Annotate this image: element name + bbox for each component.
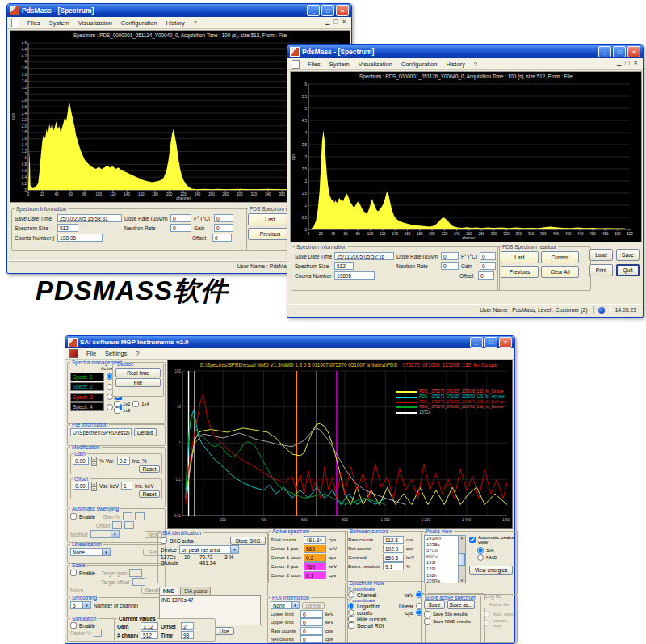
save-as-button[interactable]: Save as... <box>447 600 475 609</box>
save-sia-results-checkbox[interactable] <box>424 611 430 617</box>
menu-item[interactable]: Configuration <box>401 61 438 68</box>
see-all-roi-checkbox[interactable] <box>348 622 354 629</box>
details-button[interactable]: Details <box>134 428 157 436</box>
add-1x3-checkbox[interactable] <box>114 407 120 414</box>
value-field[interactable]: 0.1 <box>304 571 326 579</box>
quit-button[interactable]: Quit <box>616 264 640 276</box>
menu-item[interactable]: Settings <box>104 350 128 357</box>
clear-all-button[interactable]: Clear All <box>541 266 579 278</box>
peaks-list[interactable]: ▲▼ 241Am133Ba57Co60Co131I129I192Ir226Ra1… <box>424 535 466 583</box>
last-button[interactable]: Last <box>501 251 539 263</box>
title-bar[interactable]: SAI software MGP Instruments v2.0 _ □ × <box>65 336 514 348</box>
menu-item[interactable]: Visualization <box>78 19 113 27</box>
offset-reset-button[interactable]: Reset <box>139 490 160 498</box>
menu-item[interactable]: Files <box>307 61 321 68</box>
gain-field[interactable]: 0 <box>480 262 496 270</box>
close-button[interactable]: × <box>627 46 640 57</box>
bkg-subs-checkbox[interactable] <box>161 537 167 544</box>
maximize-button[interactable]: □ <box>484 337 497 348</box>
menu-item[interactable]: History <box>165 19 185 27</box>
previous-button[interactable]: Previous <box>501 266 539 278</box>
title-bar[interactable]: PdsMass - [Spectrum] _ □ × <box>287 45 643 58</box>
temperature-field[interactable]: 0 <box>214 214 233 222</box>
peaks-list-item[interactable]: 131I <box>425 560 459 566</box>
minimize-button[interactable]: _ <box>598 46 611 57</box>
save-date-field[interactable]: 25/10/2005 15:58:31 <box>57 214 122 222</box>
mdi-controls[interactable]: ▁▢✕ <box>617 60 638 66</box>
device-dropdown[interactable]: on peak net area▼ <box>179 545 239 554</box>
tab-nmd[interactable]: NMD <box>159 587 178 595</box>
offset-spinner[interactable]: ▲▼ <box>91 482 97 490</box>
save-nmd-results-checkbox[interactable] <box>424 618 430 625</box>
menu-item[interactable]: ? <box>193 19 198 27</box>
value-field[interactable]: 0 <box>300 635 323 643</box>
counts-number-field[interactable]: 19805 <box>334 271 375 280</box>
temperature-field[interactable]: 0 <box>480 252 496 260</box>
print-button[interactable]: Print <box>589 264 613 276</box>
menu-item[interactable]: Configuration <box>120 19 158 27</box>
peaks-list-item[interactable]: 241Am <box>425 536 459 542</box>
close-button[interactable]: × <box>499 337 512 348</box>
neutron-rate-field[interactable]: 0 <box>441 262 459 270</box>
x-channel-radio[interactable] <box>348 591 354 598</box>
peaks-scrollbar[interactable]: ▲▼ <box>458 536 465 583</box>
offset-field[interactable]: 0 <box>212 234 232 242</box>
offset-field[interactable]: 0 <box>478 271 494 280</box>
value-field[interactable]: 563 <box>304 545 326 553</box>
spectrum-active-radio[interactable] <box>107 404 113 410</box>
menu-item[interactable]: Visualization <box>358 61 393 68</box>
real-time-button[interactable]: Real time <box>115 368 161 377</box>
title-bar[interactable]: PdsMass - [Spectrum] _ □ × <box>7 4 351 17</box>
add-1x2-checkbox[interactable] <box>114 401 120 407</box>
simulation-enable-checkbox[interactable] <box>70 622 77 629</box>
minimize-button[interactable]: _ <box>470 337 483 348</box>
menu-item[interactable]: ? <box>473 61 478 68</box>
offset-value-field[interactable]: 0.00 <box>73 482 89 490</box>
save-date-field[interactable]: 25/11/2005 05:52:16 <box>334 252 394 260</box>
maximize-button[interactable]: □ <box>321 5 334 16</box>
menu-item[interactable]: File <box>86 350 97 357</box>
value-field[interactable]: 0.2 <box>304 554 326 562</box>
menu-item[interactable]: System <box>329 61 350 68</box>
minimize-button[interactable]: _ <box>307 5 320 16</box>
peaks-nmd-radio[interactable] <box>477 554 484 561</box>
save-button[interactable]: Save <box>616 249 640 261</box>
menu-item[interactable]: ? <box>135 350 140 357</box>
current-button[interactable]: Current <box>541 251 579 263</box>
store-bkg-button[interactable]: Store BKG <box>230 537 266 545</box>
dose-rate-field[interactable]: 0 <box>170 214 191 222</box>
file-path-field[interactable]: D:\Spectres\SPRD\essai N <box>70 428 132 436</box>
menu-item[interactable]: Files <box>27 19 41 27</box>
value-field[interactable]: 760 <box>304 562 326 570</box>
smoothing-dropdown[interactable]: 5▼ <box>70 601 91 609</box>
gain-field[interactable]: 0 <box>214 224 233 232</box>
neutron-rate-field[interactable]: 0 <box>170 224 191 232</box>
linearisation-dropdown[interactable]: None▼ <box>70 548 111 556</box>
close-button[interactable]: × <box>336 5 349 16</box>
auto-peaks-checkbox[interactable] <box>469 537 476 543</box>
mdi-controls[interactable]: ▁▢✕ <box>325 19 346 25</box>
add-1x4-checkbox[interactable] <box>132 401 139 407</box>
value-field[interactable]: 481.34 <box>304 536 326 544</box>
tab-sia-peaks[interactable]: SIA peaks <box>180 587 211 595</box>
peaks-list-item[interactable]: 192Ir <box>425 573 459 579</box>
peaks-list-item[interactable]: 133Ba <box>425 542 459 549</box>
previous-button[interactable]: Previous <box>248 228 292 240</box>
menu-item[interactable]: History <box>445 61 465 68</box>
sweeping-enable-checkbox[interactable] <box>70 513 77 520</box>
peaks-list-item[interactable]: 57Co <box>425 548 459 554</box>
gain-value-field[interactable]: 0.00 <box>73 457 89 465</box>
spectrum-size-field[interactable]: 512 <box>334 262 354 270</box>
dose-rate-field[interactable]: 0 <box>441 252 459 260</box>
peaks-list-item[interactable]: 129I <box>425 566 459 573</box>
last-button[interactable]: Last <box>248 213 292 225</box>
peaks-list-item[interactable]: 226Ra <box>425 579 459 583</box>
hide-cursors-checkbox[interactable] <box>348 616 354 622</box>
value-field[interactable]: 0 <box>300 627 323 635</box>
use-button[interactable]: Use <box>215 627 234 635</box>
gain-reset-button[interactable]: Reset <box>139 465 160 473</box>
roi-dropdown[interactable]: None▼ <box>271 601 300 609</box>
value-field[interactable]: 0 <box>300 610 323 618</box>
view-energies-button[interactable]: View energies <box>469 566 513 575</box>
gain-spinner[interactable]: ▲▼ <box>91 457 97 465</box>
